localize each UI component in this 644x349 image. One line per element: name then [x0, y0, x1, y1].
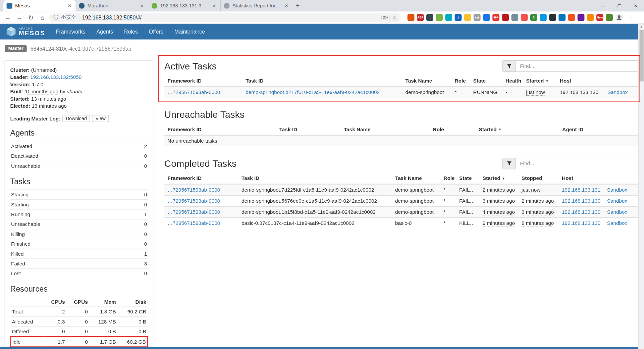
sandbox-link[interactable]: Sandbox [607, 187, 627, 193]
tab-mesos[interactable]: Mesos ✕ [3, 0, 76, 11]
page-scrollbar[interactable]: ▲ [638, 24, 644, 349]
stat-value: 1 [144, 211, 147, 217]
find-input[interactable] [516, 158, 639, 169]
forward-icon[interactable]: → [15, 14, 24, 21]
refresh-icon[interactable]: ↻ [26, 14, 35, 21]
framework-link[interactable]: …7295671593ab-0000 [168, 198, 220, 204]
extension-icon[interactable] [578, 14, 585, 21]
task-started: 9 minutes ago [483, 220, 515, 226]
task-name: demo-springboot [392, 206, 440, 217]
task-role: * [451, 87, 470, 98]
extension-icon[interactable] [436, 14, 443, 21]
stat-label: Unreachable [11, 163, 40, 169]
extension-icon[interactable]: ABP [417, 14, 424, 21]
scrollbar-thumb[interactable] [640, 30, 644, 81]
back-icon[interactable]: ← [3, 14, 12, 21]
new-tab-button[interactable]: + [292, 1, 303, 11]
extension-icon[interactable]: 1 [455, 14, 462, 21]
host-link[interactable]: 192.168.133.131 [562, 187, 600, 193]
task-id-link[interactable]: demo-springboot.b217f610-c1a5-11e9-aaf9-… [246, 90, 380, 95]
home-icon[interactable]: ⌂ [38, 14, 47, 21]
sort-header-started[interactable]: Started▼ [479, 173, 518, 184]
profile-avatar[interactable] [615, 13, 623, 21]
info-icon[interactable]: ⓘ [53, 14, 58, 21]
extension-icon[interactable] [549, 14, 556, 21]
extension-icon[interactable] [568, 14, 575, 21]
extension-icon[interactable] [483, 14, 490, 21]
task-id: demo-springboot.5676ee0e-c1a5-11e9-aaf9-… [238, 195, 392, 206]
extension-icon[interactable]: (a) [474, 14, 481, 21]
maximize-button[interactable]: ▢ [611, 0, 628, 11]
address-bar[interactable]: ⓘ 不安全 192.168.133.132:5050/#/ 文A ☆ [49, 13, 401, 22]
nav-maintenance[interactable]: Maintenance [174, 29, 205, 35]
completed-tasks-filter [502, 158, 639, 169]
extension-icon[interactable] [521, 14, 528, 21]
built-info: Built: 11 months ago by ubuntu [10, 88, 148, 95]
tab-close-icon[interactable]: ✕ [284, 3, 289, 8]
tab-haproxy[interactable]: Statistics Report for HAProxy ✕ [220, 0, 292, 11]
framework-link[interactable]: …7295671593ab-0000 [168, 220, 220, 226]
tab-close-icon[interactable]: ✕ [139, 3, 145, 8]
started-value: 13 minutes ago [31, 96, 66, 102]
log-download-button[interactable]: Download [62, 115, 90, 122]
task-state: FAILED [456, 195, 479, 206]
log-view-button[interactable]: View [92, 115, 109, 122]
minimize-button[interactable]: — [595, 0, 611, 11]
mesos-logo[interactable]: APACHE MESOS [6, 26, 45, 37]
extension-icon[interactable] [511, 14, 518, 21]
stat-label: Failed [11, 261, 25, 266]
bookmark-star-icon[interactable]: ☆ [392, 14, 397, 20]
tab-close-icon[interactable]: ✕ [211, 3, 217, 8]
host-link[interactable]: 192.168.133.130 [562, 209, 600, 215]
cluster-sidebar: Cluster: (Unnamed) Leader: 192.168.133.1… [4, 60, 154, 349]
stat-row-starting: Starting0 [10, 199, 148, 209]
spring-leaf-favicon [152, 3, 157, 9]
sandbox-link[interactable]: Sandbox [607, 209, 627, 215]
tab-hello[interactable]: 192.168.133.131:31657/hello ✕ [148, 0, 220, 11]
extension-icon[interactable] [426, 14, 433, 21]
nav-agents[interactable]: Agents [96, 29, 113, 35]
started-info: Started: 13 minutes ago [10, 96, 148, 102]
filter-button[interactable] [502, 158, 516, 169]
filter-button[interactable] [502, 60, 516, 72]
task-id: demo-springboot.1b15f8bd-c1a5-11e9-aaf9-… [238, 206, 392, 217]
host-link[interactable]: 192.168.133.130 [562, 198, 600, 204]
extension-icon[interactable]: New [596, 14, 603, 21]
extension-icon[interactable] [540, 14, 547, 21]
extension-icon[interactable]: 99+ [492, 14, 499, 21]
tab-marathon[interactable]: Marathon ✕ [75, 0, 148, 11]
scroll-up-icon[interactable]: ▲ [639, 24, 644, 29]
nav-roles[interactable]: Roles [124, 29, 138, 35]
sandbox-link[interactable]: Sandbox [607, 90, 628, 95]
sort-header-started[interactable]: Started▼ [523, 76, 556, 87]
chrome-menu-icon[interactable]: ⋮ [626, 14, 636, 21]
translate-icon[interactable]: 文A [381, 15, 389, 20]
agents-heading: Agents [10, 129, 148, 138]
extension-icon[interactable] [502, 14, 509, 21]
extension-icon[interactable] [587, 14, 594, 21]
extension-icon[interactable]: S [530, 14, 537, 21]
leader-link[interactable]: 192.168.133.132:5050 [30, 74, 82, 80]
resources-row-total: Total 2 0 1.8 GB 60.2 GB [11, 307, 148, 316]
sort-header-started[interactable]: Started▼ [476, 124, 559, 135]
master-log-row: Leading Master Log: Download View [10, 115, 148, 122]
find-input[interactable] [516, 60, 639, 72]
tab-close-icon[interactable]: ✕ [67, 3, 72, 8]
url-text[interactable]: 192.168.133.132:5050/#/ [82, 14, 379, 20]
extension-icon[interactable] [408, 14, 415, 21]
extension-icon[interactable] [558, 14, 566, 21]
sandbox-link[interactable]: Sandbox [607, 198, 627, 204]
empty-message: No unreachable tasks. [164, 135, 639, 146]
framework-link[interactable]: …7295671593ab-0000 [168, 209, 220, 215]
nav-offers[interactable]: Offers [149, 29, 163, 35]
extension-icon[interactable] [464, 14, 471, 21]
nav-frameworks[interactable]: Frameworks [56, 29, 86, 35]
framework-link[interactable]: …7295671593ab-0000 [168, 90, 220, 95]
sandbox-link[interactable]: Sandbox [607, 220, 627, 226]
host-link[interactable]: 192.168.133.130 [562, 220, 600, 226]
extension-icon[interactable] [445, 14, 452, 21]
extension-icon[interactable] [606, 14, 613, 21]
close-button[interactable]: ✕ [628, 0, 644, 11]
framework-link[interactable]: …7295671593ab-0000 [168, 187, 220, 193]
table-row: …7295671593ab-0000 demo-springboot.b217f… [164, 87, 639, 98]
